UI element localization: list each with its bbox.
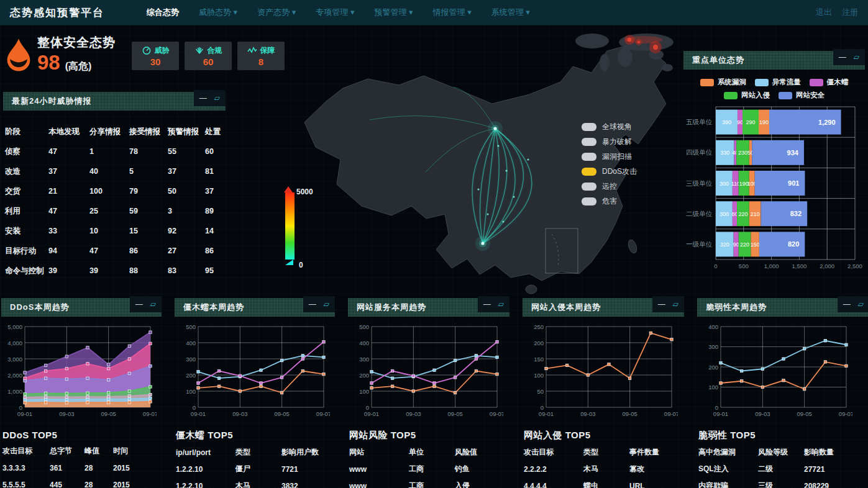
scale-top-arrow [284, 186, 293, 192]
restore-icon[interactable]: ▱ [854, 53, 859, 61]
cell: 1 [89, 147, 129, 156]
ku-legend-僵木蠕[interactable]: 僵木蠕 [810, 78, 849, 87]
column-header: 时间 [113, 446, 157, 456]
cell: 2.2.2.2 [524, 465, 583, 474]
svg-text:09-01: 09-01 [539, 410, 554, 417]
ku-legend-系统漏洞[interactable]: 系统漏洞 [700, 78, 746, 87]
ku-legend-网站入侵[interactable]: 网站入侵 [724, 91, 770, 100]
map-legend-DDoS攻击[interactable]: DDoS攻击 [582, 166, 637, 177]
cell: 50 [168, 187, 205, 196]
nav-item-专项管理[interactable]: 专项管理 ▾ [316, 7, 354, 18]
cell: 78 [129, 147, 168, 156]
top5-header: 网站单位风险值 [348, 444, 509, 461]
restore-icon[interactable]: ▱ [498, 300, 504, 308]
nav-item-情报管理[interactable]: 情报管理 ▾ [433, 7, 472, 18]
restore-icon[interactable]: ▱ [214, 94, 220, 102]
svg-text:0: 0 [366, 404, 369, 411]
svg-text:09-07: 09-07 [839, 410, 852, 417]
cell: 工商 [409, 464, 455, 474]
nav-item-资产态势[interactable]: 资产态势 ▾ [257, 7, 296, 18]
minimize-icon[interactable]: — [135, 300, 143, 308]
svg-text:2,000: 2,000 [7, 372, 22, 379]
cell: www [349, 482, 409, 488]
svg-text:400: 400 [359, 340, 369, 346]
cell: 3.3.3.3 [2, 464, 50, 472]
map-legend-全球视角[interactable]: 全球视角 [582, 122, 637, 132]
legend-swatch [700, 79, 714, 86]
minimize-icon[interactable]: — [483, 300, 491, 308]
cell: 利用 [5, 206, 48, 217]
map-legend-漏洞扫描[interactable]: 漏洞扫描 [582, 151, 637, 162]
svg-text:0: 0 [714, 263, 717, 269]
svg-text:330: 330 [720, 150, 729, 156]
restore-icon[interactable]: ▱ [858, 300, 864, 308]
svg-text:09-03: 09-03 [232, 410, 247, 417]
column-header: 预警情报 [168, 127, 205, 137]
cell: 3 [168, 207, 205, 215]
cell: 47 [48, 207, 89, 215]
svg-text:200: 200 [534, 340, 544, 346]
ku-legend-异常流量[interactable]: 异常流量 [755, 78, 801, 87]
restore-icon[interactable]: ▱ [324, 300, 329, 308]
svg-text:300: 300 [359, 356, 369, 363]
trend-chart: 010020030040050009-0109-0309-0509-07 [175, 322, 335, 423]
svg-text:100: 100 [359, 388, 369, 395]
cell: 37 [168, 167, 205, 176]
top5-header: 高中危漏洞风险等级影响数量 [697, 444, 868, 461]
column-header: 影响用户数 [281, 447, 337, 458]
minimize-icon[interactable]: — [199, 94, 207, 102]
svg-text:500: 500 [359, 323, 369, 330]
nav-item-综合态势[interactable]: 综合态势 [147, 7, 179, 18]
window-controls: —▱ [130, 296, 162, 312]
nav-item-威胁态势[interactable]: 威胁态势 ▾ [199, 7, 237, 18]
dashboard: 态势感知预警平台 综合态势威胁态势 ▾资产态势 ▾专项管理 ▾预警管理 ▾情报管… [0, 0, 868, 488]
pulse-icon [247, 45, 257, 55]
restore-icon[interactable]: ▱ [150, 300, 156, 308]
map-legend-危害[interactable]: 危害 [582, 196, 637, 207]
top5-title: 脆弱性 TOP5 [698, 430, 868, 441]
top5-header: 攻击目标总字节峰值时间 [1, 443, 162, 459]
map-legend-暴力破解[interactable]: 暴力破解 [582, 137, 637, 147]
minimize-icon[interactable]: — [839, 53, 846, 61]
panel-title: 脆弱性本周趋势 [697, 302, 767, 313]
panel-title: 网站服务本周趋势 [348, 302, 426, 313]
cell: 88 [129, 266, 168, 275]
svg-text:09-07: 09-07 [316, 410, 330, 417]
cell: 改造 [5, 166, 48, 177]
column-header: ip/url/port [176, 448, 235, 457]
svg-text:1,000: 1,000 [7, 388, 22, 395]
cell: 47 [89, 246, 129, 255]
top5-row: SQL注入二级27721 [697, 461, 868, 477]
svg-text:500: 500 [186, 323, 196, 330]
svg-text:220: 220 [738, 211, 747, 217]
threat-intel-header: 最新24小时威胁情报 —▱ [3, 92, 226, 111]
svg-text:400: 400 [186, 340, 196, 346]
legend-label: 暴力破解 [602, 137, 632, 147]
column-header: 分享情报 [89, 127, 129, 137]
legend-label: 异常流量 [772, 78, 801, 87]
minimize-icon[interactable]: — [658, 300, 665, 308]
cell: 目标行动 [5, 246, 48, 256]
svg-text:09-07: 09-07 [664, 410, 678, 417]
map-legend-远控[interactable]: 远控 [582, 181, 637, 192]
ku-legend-网站安全[interactable]: 网站安全 [779, 91, 825, 100]
legend-label: 僵木蠕 [827, 78, 849, 87]
svg-text:250: 250 [534, 323, 544, 330]
nav-item-预警管理[interactable]: 预警管理 ▾ [374, 7, 413, 18]
column-header: 阶段 [5, 127, 48, 137]
nav-link-注册[interactable]: 注册 [842, 7, 858, 18]
svg-text:934: 934 [787, 149, 799, 156]
trend-chart: 010020030040050009-0109-0309-0509-07 [348, 322, 509, 423]
window-controls: —▱ [652, 296, 684, 312]
minimize-icon[interactable]: — [843, 300, 851, 308]
restore-icon[interactable]: ▱ [673, 300, 678, 308]
stat-box-威胁: 威胁30 [132, 42, 179, 70]
nav-link-退出[interactable]: 退出 [816, 7, 832, 18]
cell: 5 [129, 167, 168, 176]
svg-text:400: 400 [708, 323, 718, 330]
minimize-icon[interactable]: — [309, 300, 316, 308]
threat-intel-title: 最新24小时威胁情报 [3, 96, 91, 107]
nav-item-系统管理[interactable]: 系统管理 ▾ [491, 7, 530, 18]
legend-label: 全球视角 [602, 122, 632, 132]
top-navbar: 态势感知预警平台 综合态势威胁态势 ▾资产态势 ▾专项管理 ▾预警管理 ▾情报管… [0, 0, 868, 25]
